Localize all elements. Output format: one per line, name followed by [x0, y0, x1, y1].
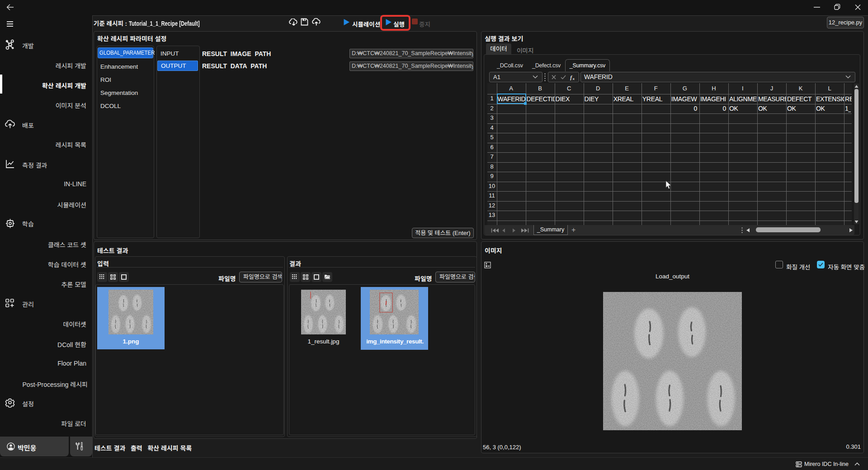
- svg-text:x: x: [573, 77, 575, 80]
